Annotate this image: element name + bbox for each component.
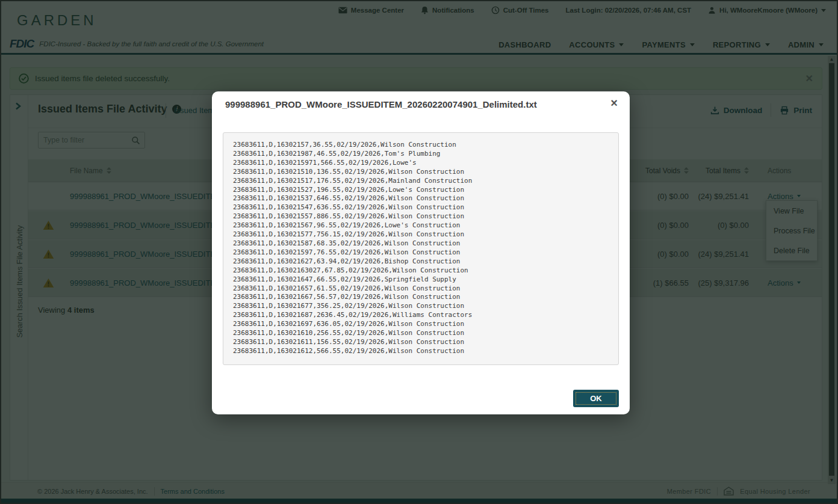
file-line: 23683611,D,163021510,136.55,02/19/2026,W… bbox=[233, 168, 609, 177]
file-line: 23683611,D,163021612,566.55,02/19/2026,W… bbox=[233, 347, 609, 356]
file-line: 23683611,D,163021567,96.55,02/19/2026,Lo… bbox=[233, 221, 609, 230]
file-line: 23683611,D,16302157,36.55,02/19/2026,Wil… bbox=[233, 141, 609, 150]
file-line: 23683611,D,163021610,256.55,02/19/2026,W… bbox=[233, 329, 609, 338]
modal-close-icon[interactable]: × bbox=[610, 96, 618, 110]
file-view-modal: 999988961_PROD_WMoore_ISSUEDITEM_2026022… bbox=[212, 91, 630, 414]
file-line: 23683611,D,163021647,66.55,02/19/2026,Sp… bbox=[233, 275, 609, 284]
file-content-box: 23683611,D,16302157,36.55,02/19/2026,Wil… bbox=[223, 132, 619, 365]
file-line: 23683611,D,16302163027,67.85,02/19/2026,… bbox=[233, 266, 609, 275]
file-line: 23683611,D,1630215971,566.55,02/19/2026,… bbox=[233, 159, 609, 168]
file-line: 23683611,D,163021517,176.55,02/19/2026,M… bbox=[233, 177, 609, 186]
file-line: 23683611,D,163021611,156.55,02/19/2026,W… bbox=[233, 338, 609, 347]
file-line: 23683611,D,163021687,2636.45,02/19/2026,… bbox=[233, 311, 609, 320]
modal-title: 999988961_PROD_WMoore_ISSUEDITEM_2026022… bbox=[225, 99, 600, 109]
file-line: 23683611,D,163021987,46.55,02/19/2026,To… bbox=[233, 150, 609, 159]
file-line: 23683611,D,163021697,636.05,02/19/2026,W… bbox=[233, 320, 609, 329]
file-line: 23683611,D,163021527,196.55,02/19/2026,L… bbox=[233, 186, 609, 195]
file-line: 23683611,D,163021657,61.55,02/19/2026,Wi… bbox=[233, 284, 609, 293]
page: GARDEN Message Center Notifications Cut-… bbox=[0, 0, 838, 504]
file-line: 23683611,D,163021577,756.15,02/19/2026,W… bbox=[233, 230, 609, 239]
file-line: 23683611,D,163021587,68.35,02/19/2026,Wi… bbox=[233, 239, 609, 248]
ok-button[interactable]: OK bbox=[573, 390, 619, 407]
file-line: 23683611,D,163021677,356.25,02/19/2026,W… bbox=[233, 302, 609, 311]
file-line: 23683611,D,163021537,646.55,02/19/2026,W… bbox=[233, 194, 609, 203]
file-line: 23683611,D,163021667,56.57,02/19/2026,Wi… bbox=[233, 293, 609, 302]
file-line: 23683611,D,163021597,76.55,02/19/2026,Wi… bbox=[233, 248, 609, 257]
file-line: 23683611,D,163021557,886.55,02/19/2026,W… bbox=[233, 212, 609, 221]
file-line: 23683611,D,163021547,636.55,02/19/2026,W… bbox=[233, 203, 609, 212]
file-line: 23683611,D,163021627,63.94,02/19/2026,Bi… bbox=[233, 257, 609, 266]
